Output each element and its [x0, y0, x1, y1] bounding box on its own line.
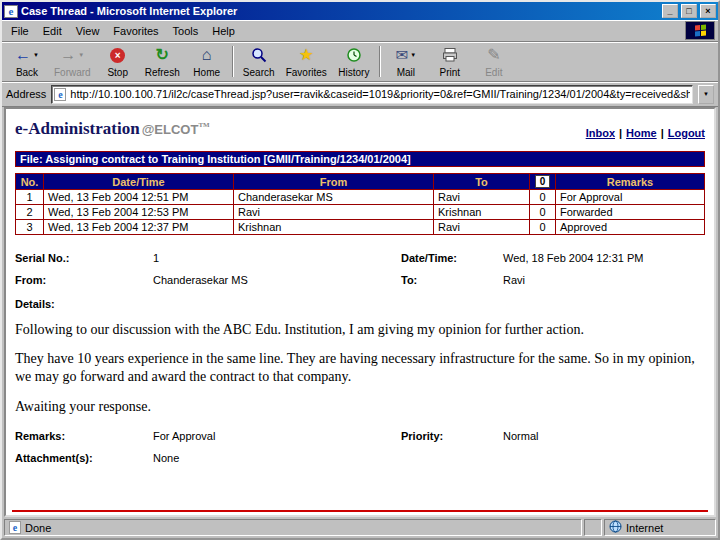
col-no: No.: [16, 174, 44, 190]
forward-button[interactable]: →▼ Forward: [49, 43, 96, 80]
forward-label: Forward: [54, 67, 91, 78]
thread-table: No. Date/Time From To 0 Remarks 1 Wed, 1…: [15, 173, 705, 235]
windows-logo-icon: [695, 24, 706, 36]
col-datetime: Date/Time: [44, 174, 234, 190]
col-to: To: [434, 174, 530, 190]
page-content: e-Administration@ELCOTTM Inbox|Home|Logo…: [4, 107, 716, 517]
favorites-label: Favorites: [286, 67, 327, 78]
message-footer-meta: Remarks: For Approval Priority: Normal A…: [15, 430, 705, 464]
address-url: http://10.100.100.71/il2c/caseThread.jsp…: [70, 88, 690, 100]
cell-remarks: Approved: [556, 220, 705, 235]
back-dropdown-icon[interactable]: ▼: [33, 52, 39, 58]
toolbar-separator: [379, 46, 381, 77]
address-bar: Address e http://10.100.100.71/il2c/case…: [2, 82, 718, 107]
status-bar: e Done Internet: [2, 517, 718, 538]
page-header: e-Administration@ELCOTTM Inbox|Home|Logo…: [15, 119, 705, 139]
body-paragraph: They have 10 years experience in the sam…: [15, 350, 705, 386]
forward-icon: →: [60, 47, 76, 63]
cell-from: Ravi: [234, 205, 434, 220]
datetime-label: Date/Time:: [401, 252, 503, 264]
titlebar[interactable]: e Case Thread - Microsoft Internet Explo…: [2, 2, 718, 20]
history-button[interactable]: History: [332, 43, 376, 80]
col-attachments: 0: [530, 174, 556, 190]
cell-datetime: Wed, 13 Feb 2004 12:53 PM: [44, 205, 234, 220]
menu-favorites[interactable]: Favorites: [106, 22, 165, 40]
refresh-button[interactable]: ↻ Refresh: [140, 43, 185, 80]
thread-header-row: No. Date/Time From To 0 Remarks: [16, 174, 705, 190]
maximize-button[interactable]: □: [681, 4, 697, 18]
back-label: Back: [16, 67, 38, 78]
history-icon: [346, 46, 362, 64]
mail-dropdown-icon[interactable]: ▼: [410, 52, 416, 58]
priority-label: Priority:: [401, 430, 503, 442]
toolbar-separator: [232, 46, 234, 77]
inbox-link[interactable]: Inbox: [586, 127, 615, 139]
cell-no: 2: [16, 205, 44, 220]
home-link[interactable]: Home: [626, 127, 657, 139]
cell-no: 3: [16, 220, 44, 235]
address-dropdown-button[interactable]: ▼: [698, 85, 714, 104]
attachments-label: Attachment(s):: [15, 452, 153, 464]
to-value: Ravi: [503, 274, 705, 286]
attachments-value: None: [153, 452, 401, 464]
globe-icon: [609, 520, 622, 535]
print-button[interactable]: Print: [428, 43, 472, 80]
stop-button[interactable]: × Stop: [96, 43, 140, 80]
from-value: Chanderasekar MS: [153, 274, 401, 286]
cell-attachments: 0: [530, 220, 556, 235]
mail-button[interactable]: ✉▼ Mail: [384, 43, 428, 80]
serial-label: Serial No.:: [15, 252, 153, 264]
menu-tools[interactable]: Tools: [166, 22, 206, 40]
menu-file[interactable]: File: [4, 22, 36, 40]
minimize-button[interactable]: _: [662, 4, 678, 18]
status-doc-icon: e: [9, 521, 21, 534]
toolbar: ←▼ Back →▼ Forward × Stop ↻ Refresh ⌂ Ho…: [2, 42, 718, 82]
menu-help[interactable]: Help: [205, 22, 242, 40]
serial-value: 1: [153, 252, 401, 264]
refresh-icon: ↻: [155, 47, 168, 63]
attachment-count-chip: 0: [535, 175, 551, 188]
message-meta: Serial No.: 1 Date/Time: Wed, 18 Feb 200…: [15, 252, 705, 286]
edit-label: Edit: [485, 67, 502, 78]
table-row[interactable]: 1 Wed, 13 Feb 2004 12:51 PM Chanderaseka…: [16, 190, 705, 205]
page-nav: Inbox|Home|Logout: [586, 127, 705, 139]
table-row[interactable]: 3 Wed, 13 Feb 2004 12:37 PM Krishnan Rav…: [16, 220, 705, 235]
favorites-button[interactable]: ★ Favorites: [281, 43, 332, 80]
home-button[interactable]: ⌂ Home: [185, 43, 229, 80]
refresh-label: Refresh: [145, 67, 180, 78]
back-icon: ←: [15, 47, 31, 63]
mail-label: Mail: [397, 67, 415, 78]
col-remarks: Remarks: [556, 174, 705, 190]
back-button[interactable]: ←▼ Back: [5, 43, 49, 80]
status-message-panel: e Done: [4, 519, 582, 536]
forward-dropdown-icon: ▼: [78, 52, 84, 58]
col-from: From: [234, 174, 434, 190]
logout-link[interactable]: Logout: [668, 127, 705, 139]
print-label: Print: [440, 67, 461, 78]
close-button[interactable]: ×: [700, 4, 716, 18]
ie-logo-icon: e: [4, 5, 18, 18]
menubar: File Edit View Favorites Tools Help: [2, 20, 718, 42]
cell-to: Ravi: [434, 220, 530, 235]
brand-tm: TM: [198, 121, 209, 129]
address-input[interactable]: e http://10.100.100.71/il2c/caseThread.j…: [51, 85, 693, 104]
mail-icon: ✉: [396, 47, 409, 63]
cell-datetime: Wed, 13 Feb 2004 12:51 PM: [44, 190, 234, 205]
menu-view[interactable]: View: [69, 22, 107, 40]
search-icon: [251, 46, 267, 64]
menu-edit[interactable]: Edit: [36, 22, 69, 40]
cell-remarks: For Approval: [556, 190, 705, 205]
edit-button[interactable]: ✎ Edit: [472, 43, 516, 80]
from-label: From:: [15, 274, 153, 286]
message-body: Following to our discussion with the ABC…: [15, 321, 705, 416]
cell-to: Krishnan: [434, 205, 530, 220]
home-label: Home: [193, 67, 220, 78]
edit-icon: ✎: [487, 47, 500, 63]
remarks-value: For Approval: [153, 430, 401, 442]
table-row[interactable]: 2 Wed, 13 Feb 2004 12:53 PM Ravi Krishna…: [16, 205, 705, 220]
status-zone-panel: Internet: [604, 519, 716, 536]
nav-separator: |: [661, 127, 664, 139]
search-button[interactable]: Search: [237, 43, 281, 80]
cell-attachments: 0: [530, 205, 556, 220]
body-paragraph: Following to our discussion with the ABC…: [15, 321, 705, 339]
